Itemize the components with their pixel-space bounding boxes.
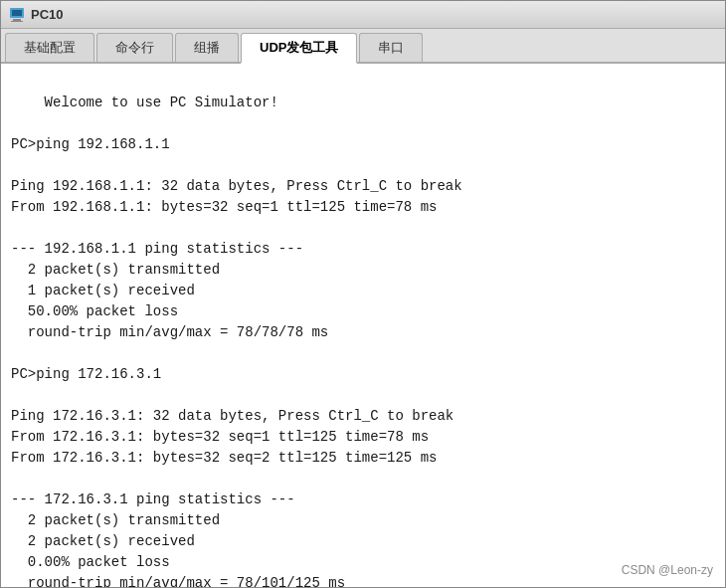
window-title: PC10 — [31, 7, 64, 22]
svg-rect-3 — [11, 21, 23, 22]
tab-jichu[interactable]: 基础配置 — [5, 33, 94, 62]
window: PC10 基础配置 命令行 组播 UDP发包工具 串口 Welcome to u… — [0, 0, 726, 588]
window-icon — [9, 7, 25, 23]
tab-multicast[interactable]: 组播 — [175, 33, 239, 62]
svg-rect-1 — [12, 10, 22, 16]
tab-serial[interactable]: 串口 — [359, 33, 423, 62]
tab-udp[interactable]: UDP发包工具 — [241, 33, 357, 64]
terminal-text: Welcome to use PC Simulator! PC>ping 192… — [11, 95, 462, 587]
tab-command[interactable]: 命令行 — [96, 33, 173, 62]
tab-bar: 基础配置 命令行 组播 UDP发包工具 串口 — [1, 29, 725, 64]
title-bar: PC10 — [1, 1, 725, 29]
watermark: CSDN @Leon-zy — [622, 561, 713, 579]
terminal-output[interactable]: Welcome to use PC Simulator! PC>ping 192… — [1, 64, 725, 587]
svg-rect-2 — [13, 19, 21, 21]
